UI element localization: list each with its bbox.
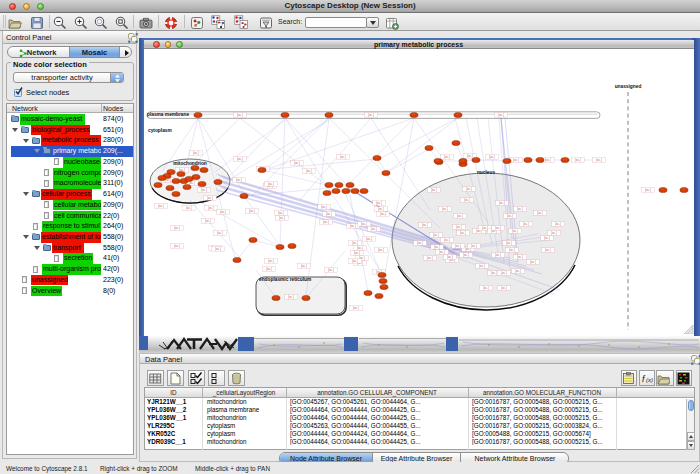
svg-text:[xx..]: [xx..] — [306, 169, 312, 173]
svg-text:[xx..]: [xx..] — [444, 155, 450, 159]
svg-text:[xx..]: [xx..] — [513, 158, 519, 162]
svg-text:[xx..]: [xx..] — [323, 220, 329, 224]
svg-text:[xx..]: [xx..] — [464, 198, 470, 202]
svg-text:[xx..]: [xx..] — [328, 268, 334, 272]
svg-text:[xx..]: [xx..] — [495, 253, 501, 257]
svg-text:[xx..]: [xx..] — [439, 250, 445, 254]
svg-text:[xx..]: [xx..] — [489, 155, 495, 159]
svg-text:[xx..]: [xx..] — [498, 113, 504, 117]
svg-text:[xx..]: [xx..] — [530, 260, 536, 264]
svg-text:endoplasmic reticulum: endoplasmic reticulum — [259, 277, 311, 282]
svg-text:[xx..]: [xx..] — [174, 226, 180, 230]
svg-text:[xx..]: [xx..] — [278, 211, 284, 215]
svg-text:[xx..]: [xx..] — [366, 237, 372, 241]
svg-text:cytoplasm: cytoplasm — [148, 128, 172, 133]
svg-text:[xx..]: [xx..] — [575, 158, 581, 162]
svg-text:[xx..]: [xx..] — [447, 255, 453, 259]
svg-text:[xx..]: [xx..] — [515, 269, 521, 273]
svg-text:[xx..]: [xx..] — [158, 204, 164, 208]
svg-text:[xx..]: [xx..] — [482, 226, 488, 230]
svg-text:[xx..]: [xx..] — [479, 264, 485, 268]
svg-text:[xx..]: [xx..] — [201, 188, 207, 192]
svg-text:[xx..]: [xx..] — [433, 233, 439, 237]
svg-text:[xx..]: [xx..] — [378, 207, 384, 211]
svg-text:[xx..]: [xx..] — [294, 161, 300, 165]
svg-text:[xx..]: [xx..] — [237, 113, 243, 117]
svg-text:[xx..]: [xx..] — [545, 158, 551, 162]
svg-text:[xx..]: [xx..] — [371, 227, 377, 231]
svg-text:[xx..]: [xx..] — [236, 178, 242, 182]
svg-text:[xx..]: [xx..] — [301, 264, 307, 268]
svg-text:[xx..]: [xx..] — [352, 241, 358, 245]
svg-text:[xx..]: [xx..] — [523, 222, 529, 226]
svg-text:[xx..]: [xx..] — [217, 231, 223, 235]
svg-text:[xx..]: [xx..] — [551, 231, 557, 235]
svg-text:[xx..]: [xx..] — [499, 201, 505, 205]
svg-text:[xx..]: [xx..] — [495, 226, 501, 230]
svg-text:[xx..]: [xx..] — [207, 196, 213, 200]
svg-text:[xx..]: [xx..] — [537, 211, 543, 215]
svg-text:[xx..]: [xx..] — [645, 188, 651, 192]
svg-text:[xx..]: [xx..] — [444, 238, 450, 242]
svg-text:[xx..]: [xx..] — [220, 210, 226, 214]
svg-text:[xx..]: [xx..] — [193, 151, 199, 155]
svg-text:[xx..]: [xx..] — [321, 205, 327, 209]
svg-text:[xx..]: [xx..] — [555, 222, 561, 226]
svg-text:[xx..]: [xx..] — [463, 253, 469, 257]
svg-text:[xx..]: [xx..] — [457, 214, 463, 218]
svg-text:[xx..]: [xx..] — [266, 267, 272, 271]
svg-text:[xx..]: [xx..] — [268, 259, 274, 263]
svg-text:[xx..]: [xx..] — [512, 229, 518, 233]
svg-text:[xx..]: [xx..] — [509, 248, 515, 252]
svg-text:[xx..]: [xx..] — [186, 206, 192, 210]
svg-text:[xx..]: [xx..] — [353, 306, 359, 310]
svg-text:[xx..]: [xx..] — [545, 248, 551, 252]
svg-text:[xx..]: [xx..] — [417, 241, 423, 245]
svg-text:[xx..]: [xx..] — [596, 158, 602, 162]
svg-text:[xx..]: [xx..] — [456, 225, 462, 229]
svg-text:[xx..]: [xx..] — [501, 286, 507, 290]
svg-text:[xx..]: [xx..] — [442, 207, 448, 211]
svg-text:[xx..]: [xx..] — [483, 286, 489, 290]
svg-text:[xx..]: [xx..] — [376, 201, 382, 205]
svg-text:[xx..]: [xx..] — [506, 241, 512, 245]
svg-text:[xx..]: [xx..] — [460, 231, 466, 235]
svg-text:[xx..]: [xx..] — [208, 206, 214, 210]
svg-text:[xx..]: [xx..] — [205, 219, 211, 223]
svg-text:[xx..]: [xx..] — [340, 155, 346, 159]
svg-text:[xx..]: [xx..] — [427, 256, 433, 260]
svg-text:[xx..]: [xx..] — [174, 244, 180, 248]
svg-text:[xx..]: [xx..] — [517, 207, 523, 211]
svg-text:[xx..]: [xx..] — [249, 209, 255, 213]
svg-text:[xx..]: [xx..] — [237, 157, 243, 161]
svg-text:[xx..]: [xx..] — [491, 271, 497, 275]
svg-text:[xx..]: [xx..] — [288, 295, 294, 299]
svg-text:[xx..]: [xx..] — [268, 182, 274, 186]
svg-text:[xx..]: [xx..] — [352, 259, 358, 263]
svg-text:[xx..]: [xx..] — [434, 245, 440, 249]
svg-text:[xx..]: [xx..] — [431, 188, 437, 192]
svg-text:[xx..]: [xx..] — [517, 255, 523, 259]
svg-text:[xx..]: [xx..] — [326, 212, 332, 216]
svg-text:mitochondrion: mitochondrion — [173, 161, 207, 166]
svg-text:[xx..]: [xx..] — [507, 214, 513, 218]
svg-text:(x): (x) — [646, 377, 653, 383]
svg-text:[xx..]: [xx..] — [350, 224, 356, 228]
svg-text:[xx..]: [xx..] — [466, 187, 472, 191]
svg-text:[xx..]: [xx..] — [471, 244, 477, 248]
svg-text:[xx..]: [xx..] — [354, 251, 360, 255]
svg-text:[xx..]: [xx..] — [422, 223, 428, 227]
svg-text:[xx..]: [xx..] — [544, 236, 550, 240]
svg-text:[xx..]: [xx..] — [215, 247, 221, 251]
svg-text:[xx..]: [xx..] — [279, 216, 285, 220]
svg-text:unassigned: unassigned — [615, 84, 642, 89]
svg-text:[xx..]: [xx..] — [501, 271, 507, 275]
svg-text:nucleus: nucleus — [477, 170, 495, 175]
svg-text:[xx..]: [xx..] — [378, 248, 384, 252]
svg-text:[xx..]: [xx..] — [380, 212, 386, 216]
svg-text:[xx..]: [xx..] — [455, 244, 461, 248]
svg-text:[xx..]: [xx..] — [467, 154, 473, 158]
svg-text:plasma membrane: plasma membrane — [147, 112, 189, 117]
svg-text:[xx..]: [xx..] — [368, 113, 374, 117]
svg-text:[xx..]: [xx..] — [361, 222, 367, 226]
